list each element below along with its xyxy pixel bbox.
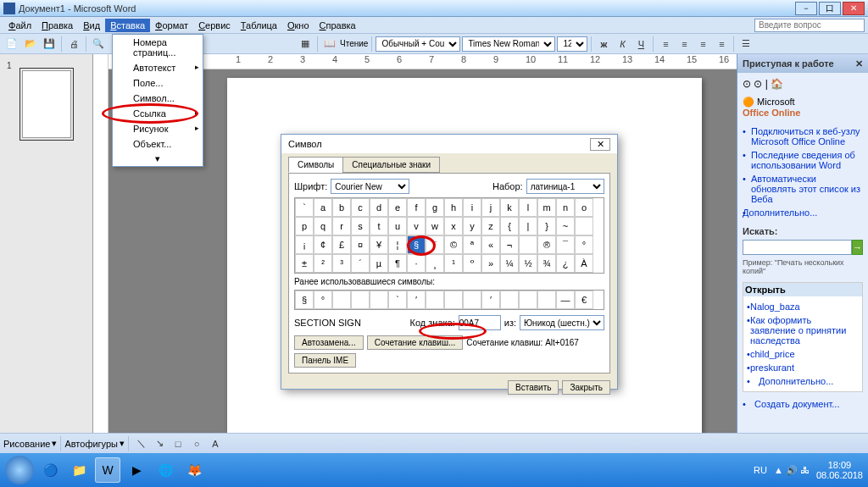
page-thumbnail[interactable] [22,70,71,138]
recent-file-link[interactable]: Как оформить заявление о принятии наслед… [747,313,859,347]
dialog-close-icon[interactable]: ✕ [590,138,610,151]
menu-item[interactable]: Поле... [113,75,203,91]
recent-char[interactable]: ` [388,291,407,309]
grid-char[interactable]: v [407,217,426,235]
grid-char[interactable]: u [388,217,407,235]
grid-char[interactable]: t [370,217,388,235]
recent-char[interactable]: € [575,291,593,309]
table-icon[interactable]: ▦ [297,36,314,53]
grid-char[interactable]: s [351,217,370,235]
shortcut-button[interactable]: Сочетание клавиш... [367,335,464,350]
recent-char[interactable] [444,291,463,309]
grid-char[interactable]: o [575,198,593,217]
grid-char[interactable]: À [575,254,593,273]
grid-char[interactable]: w [426,217,444,235]
recent-char[interactable]: ′ [481,291,500,309]
recent-char[interactable]: ° [314,291,332,309]
taskbar-firefox-icon[interactable]: 🦊 [181,457,207,483]
autocorrect-button[interactable]: Автозамена... [294,335,364,350]
open-more-link[interactable]: Дополнительно... [747,374,859,388]
grid-char[interactable]: ¨ [426,235,444,254]
menu-item[interactable]: Автотекст [113,60,203,75]
menu-item[interactable]: Рисунок [113,121,203,136]
maximize-button[interactable]: 口 [819,2,841,15]
dialog-tab[interactable]: Специальные знаки [342,157,440,173]
menu-item[interactable]: Ссылка [113,106,203,121]
grid-char[interactable]: f [407,198,426,217]
line-icon[interactable]: ＼ [132,435,149,452]
grid-char[interactable]: r [332,217,351,235]
bold-icon[interactable]: ж [595,36,612,53]
grid-char[interactable]: g [426,198,444,217]
grid-char[interactable]: ¬ [500,235,519,254]
tray-clock[interactable]: 18:09 08.06.2018 [816,460,863,480]
grid-char[interactable]: e [388,198,407,217]
grid-char[interactable]: k [500,198,519,217]
taskpane-link[interactable]: Подключиться к веб-узлу Microsoft Office… [743,125,863,148]
menu-item[interactable]: Символ... [113,91,203,106]
grid-char[interactable]: d [370,198,388,217]
menu-файл[interactable]: Файл [3,19,36,32]
recent-char[interactable] [370,291,388,309]
ime-button[interactable]: Панель IME [294,353,356,368]
grid-char[interactable]: h [444,198,463,217]
grid-char[interactable]: j [481,198,500,217]
print-icon[interactable]: 🖨 [65,36,82,53]
drawing-label[interactable]: Рисование [3,439,50,449]
taskpane-close-icon[interactable]: ✕ [855,58,863,69]
grid-char[interactable]: ¾ [537,254,556,273]
menu-вставка[interactable]: Вставка [105,19,150,32]
search-icon[interactable]: 🔍 [90,36,107,53]
grid-char[interactable]: » [481,254,500,273]
grid-char[interactable]: p [295,217,314,235]
oval-icon[interactable]: ○ [188,435,205,452]
align-right-icon[interactable]: ≡ [694,36,711,53]
grid-char[interactable]: ¤ [351,235,370,254]
grid-char[interactable]: · [407,254,426,273]
start-button[interactable] [5,456,34,484]
grid-char[interactable]: ~ [556,217,575,235]
align-center-icon[interactable]: ≡ [676,36,693,53]
grid-char[interactable]: | [519,217,537,235]
taskbar-word-icon[interactable]: W [95,457,120,483]
grid-char[interactable]: § [407,235,426,254]
menu-сервис[interactable]: Сервис [193,19,236,32]
taskbar-media-icon[interactable]: ▶ [124,457,149,483]
menu-справка[interactable]: Справка [314,19,361,32]
dialog-font-select[interactable]: Courier New [331,179,409,194]
code-input[interactable] [459,315,501,330]
recent-file-link[interactable]: Nalog_baza [747,300,859,313]
grid-char[interactable]: ° [575,235,593,254]
arrow-icon[interactable]: ↘ [151,435,168,452]
grid-char[interactable]: l [519,198,537,217]
taskbar-cortana-icon[interactable]: 🔵 [37,457,63,483]
grid-char[interactable]: ¥ [370,235,388,254]
taskbar-explorer-icon[interactable]: 📁 [66,457,92,483]
font-select[interactable]: Times New Roman [462,36,555,52]
recent-file-link[interactable]: child_price [747,347,859,361]
grid-char[interactable]: ¼ [500,254,519,273]
grid-char[interactable]: a [314,198,332,217]
grid-char[interactable]: º [463,254,481,273]
close-button[interactable]: ✕ [843,2,865,15]
menu-правка[interactable]: Правка [36,19,78,32]
grid-char[interactable]: ¶ [388,254,407,273]
recent-char[interactable]: ′ [407,291,426,309]
taskpane-more-link[interactable]: Дополнительно... [743,206,863,219]
taskbar-chrome-icon[interactable]: 🌐 [153,457,178,483]
justify-icon[interactable]: ≡ [713,36,730,53]
read-icon[interactable]: 📖 [321,36,338,53]
grid-char[interactable]: ­ [519,235,537,254]
insert-button[interactable]: Вставить [508,380,559,395]
grid-char[interactable]: £ [332,235,351,254]
grid-char[interactable]: ¢ [314,235,332,254]
menu-вид[interactable]: Вид [78,19,105,32]
ask-input[interactable] [754,19,865,32]
menu-item[interactable]: Номера страниц... [113,35,203,60]
recent-char[interactable] [351,291,370,309]
dialog-close-button[interactable]: Закрыть [562,380,610,395]
italic-icon[interactable]: К [614,36,631,53]
grid-char[interactable]: ¸ [426,254,444,273]
grid-char[interactable]: « [481,235,500,254]
grid-char[interactable]: ´ [351,254,370,273]
